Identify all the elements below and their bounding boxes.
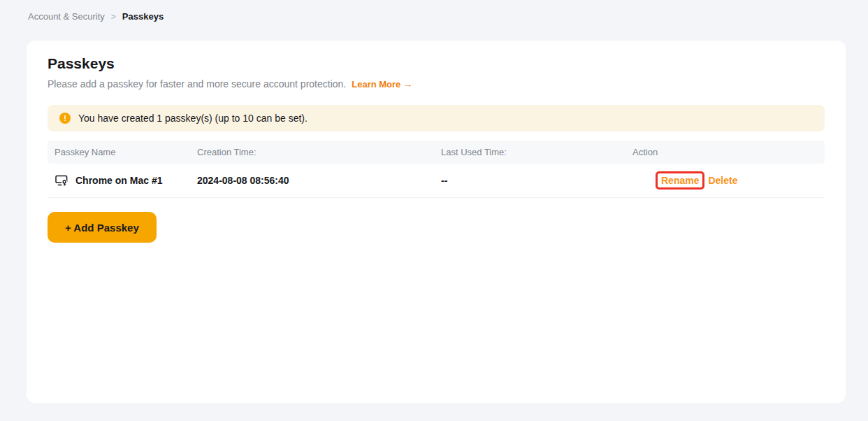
breadcrumb-current: Passkeys: [122, 11, 164, 22]
page-title: Passkeys: [48, 55, 825, 73]
table-header-row: Passkey Name Creation Time: Last Used Ti…: [48, 141, 825, 164]
creation-time-cell: 2024-08-08 08:56:40: [190, 175, 434, 186]
subtitle-text: Please add a passkey for faster and more…: [48, 78, 346, 90]
annotation-highlight-box: Rename: [656, 171, 704, 190]
notice-text: You have created 1 passkey(s) (up to 10 …: [78, 113, 308, 124]
add-passkey-button[interactable]: + Add Passkey: [48, 212, 157, 243]
rename-link[interactable]: Rename: [661, 175, 699, 186]
delete-link[interactable]: Delete: [708, 175, 737, 186]
header-last-used-time: Last Used Time:: [434, 147, 625, 157]
arrow-right-icon: →: [403, 79, 412, 90]
breadcrumb-parent-link[interactable]: Account & Security: [28, 11, 105, 22]
page-subtitle: Please add a passkey for faster and more…: [48, 78, 825, 90]
passkeys-table: Passkey Name Creation Time: Last Used Ti…: [48, 141, 825, 198]
learn-more-link[interactable]: Learn More →: [352, 79, 412, 90]
learn-more-label: Learn More: [352, 79, 400, 90]
action-links: Rename Delete: [656, 171, 825, 190]
passkey-name: Chrome on Mac #1: [75, 175, 162, 186]
header-creation-time: Creation Time:: [190, 147, 434, 157]
notice-banner: ! You have created 1 passkey(s) (up to 1…: [48, 105, 825, 131]
passkeys-card: Passkeys Please add a passkey for faster…: [27, 41, 846, 403]
header-passkey-name: Passkey Name: [48, 147, 190, 157]
action-cell: Rename Delete: [625, 171, 825, 190]
header-action: Action: [625, 147, 825, 157]
chevron-right-icon: >: [111, 12, 116, 22]
table-row: Chrome on Mac #1 2024-08-08 08:56:40 -- …: [48, 164, 825, 198]
passkey-name-cell: Chrome on Mac #1: [48, 173, 190, 187]
breadcrumb: Account & Security > Passkeys: [28, 11, 164, 22]
alert-circle-icon: !: [59, 113, 71, 124]
last-used-time-cell: --: [434, 175, 625, 186]
device-passkey-icon: [55, 173, 69, 187]
